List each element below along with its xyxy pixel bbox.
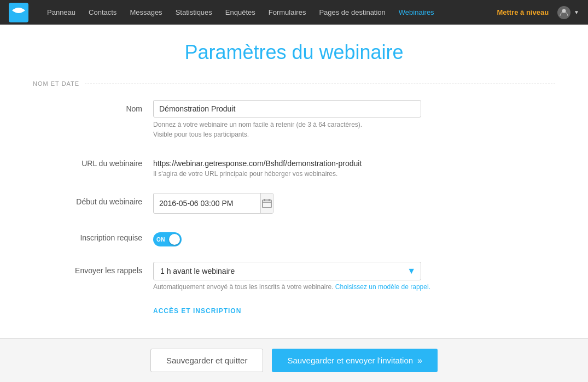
nav-webinaires[interactable]: Webinaires (393, 6, 440, 19)
rappels-hint: Automatiquement envoyé à tous les inscri… (153, 283, 555, 291)
toggle-wrap: ON (153, 229, 555, 246)
nav-statistiques[interactable]: Statistiques (170, 6, 218, 19)
upgrade-link[interactable]: Mettre à niveau (497, 8, 549, 16)
field-nom-label: Nom (33, 100, 153, 113)
nom-hint: Donnez à votre webinaire un nom facile à… (153, 120, 555, 139)
date-input-wrap (153, 193, 273, 214)
inscription-toggle[interactable]: ON (153, 232, 182, 246)
rappels-select[interactable]: 1 h avant le webinaire 24 h avant le web… (153, 262, 421, 280)
nom-input[interactable] (153, 100, 421, 117)
toggle-thumb (169, 234, 180, 245)
field-url-row: URL du webinaire https://webinar.getresp… (33, 155, 555, 178)
navbar: Panneau Contacts Messages Statistiques E… (0, 0, 588, 25)
user-dropdown-arrow: ▼ (574, 9, 579, 15)
logo-icon (9, 3, 28, 22)
nav-messages[interactable]: Messages (124, 6, 167, 19)
nav-formulaires[interactable]: Formulaires (263, 6, 312, 19)
field-nom-wrap: Donnez à votre webinaire un nom facile à… (153, 100, 555, 139)
field-inscription-label: Inscription requise (33, 229, 153, 242)
page-title: Paramètres du webinaire (33, 41, 555, 64)
svg-rect-2 (263, 200, 271, 208)
field-inscription-row: Inscription requise ON (33, 229, 555, 246)
field-nom-row: Nom Donnez à votre webinaire un nom faci… (33, 100, 555, 139)
field-debut-wrap (153, 193, 555, 214)
field-url-label: URL du webinaire (33, 155, 153, 168)
section-divider (85, 84, 555, 84)
url-value: https://webinar.getresponse.com/Bshdf/de… (153, 155, 555, 168)
section-nom-date-label: NOM ET DATE (33, 80, 79, 87)
field-debut-row: Début du webinaire (33, 193, 555, 214)
acces-inscription-link[interactable]: ACCÈS ET INSCRIPTION (153, 307, 241, 315)
date-input[interactable] (154, 195, 260, 211)
nav-pages[interactable]: Pages de destination (313, 6, 391, 19)
nav-panneau[interactable]: Panneau (42, 6, 81, 19)
section-nom-date-header: NOM ET DATE (33, 80, 555, 87)
calendar-icon[interactable] (260, 193, 273, 213)
rappels-select-wrap: 1 h avant le webinaire 24 h avant le web… (153, 262, 421, 280)
user-menu[interactable]: ▼ (557, 6, 579, 19)
field-rappels-wrap: 1 h avant le webinaire 24 h avant le web… (153, 262, 555, 291)
field-rappels-label: Envoyer les rappels (33, 262, 153, 275)
url-hint: Il s'agira de votre URL principale pour … (153, 170, 555, 178)
field-inscription-wrap: ON (153, 229, 555, 246)
nav-contacts[interactable]: Contacts (83, 6, 122, 19)
main-content: Paramètres du webinaire NOM ET DATE Nom … (0, 25, 588, 337)
toggle-on-label: ON (156, 237, 165, 243)
field-url-wrap: https://webinar.getresponse.com/Bshdf/de… (153, 155, 555, 178)
nav-enquetes[interactable]: Enquêtes (220, 6, 261, 19)
field-debut-label: Début du webinaire (33, 193, 153, 206)
field-rappels-row: Envoyer les rappels 1 h avant le webinai… (33, 262, 555, 291)
user-avatar-icon (557, 6, 570, 19)
nav-links: Panneau Contacts Messages Statistiques E… (42, 6, 497, 19)
rappels-model-link[interactable]: Choisissez un modèle de rappel. (335, 283, 430, 291)
